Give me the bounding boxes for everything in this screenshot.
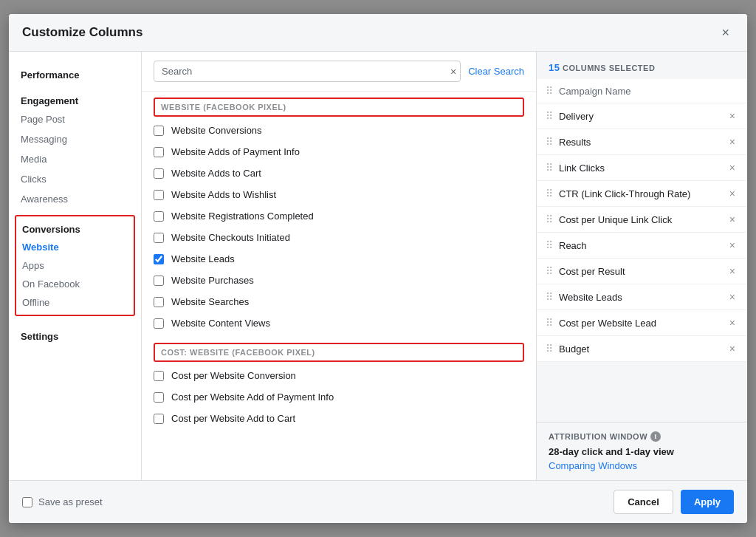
website-registrations-checkbox[interactable] (154, 211, 164, 222)
sidebar-item-website[interactable]: Website (16, 238, 134, 256)
selected-item: ⠿ CTR (Link Click-Through Rate) × (537, 181, 747, 207)
engagement-label: Engagement (9, 89, 141, 109)
conversions-group: Conversions Website Apps On Facebook Off… (15, 215, 135, 316)
remove-button[interactable]: × (726, 213, 738, 226)
sidebar-item-page-post[interactable]: Page Post (9, 109, 141, 129)
selected-item-label: Campaign Name (559, 86, 738, 97)
apply-button[interactable]: Apply (681, 490, 734, 514)
drag-handle-icon: ⠿ (546, 317, 553, 329)
list-item[interactable]: Cost per Website Add to Cart (142, 408, 536, 429)
info-icon[interactable]: i (650, 431, 661, 442)
sidebar-item-on-facebook[interactable]: On Facebook (16, 275, 134, 293)
save-preset-checkbox[interactable] (22, 497, 32, 507)
right-panel: 15 COLUMNS SELECTED ⠿ Campaign Name ⠿ De… (537, 52, 747, 480)
clear-search-button[interactable]: Clear Search (468, 66, 524, 77)
drag-handle-icon: ⠿ (546, 265, 553, 277)
selected-items-list: ⠿ Campaign Name ⠿ Delivery × ⠿ Results ×… (537, 79, 747, 422)
search-clear-button[interactable]: × (450, 66, 456, 77)
sidebar-item-messaging[interactable]: Messaging (9, 129, 141, 149)
website-section-header: WEBSITE (FACEBOOK PIXEL) (154, 98, 524, 117)
selected-item-label: Link Clicks (559, 163, 721, 174)
list-item[interactable]: Website Adds to Cart (142, 163, 536, 184)
performance-label: Performance (9, 64, 141, 83)
list-item[interactable]: Cost per Website Add of Payment Info (142, 386, 536, 408)
website-checkouts-checkbox[interactable] (154, 233, 164, 243)
drag-handle-icon: ⠿ (546, 188, 553, 199)
drag-handle-icon: ⠿ (546, 162, 553, 174)
list-item[interactable]: Website Leads (142, 248, 536, 270)
remove-button[interactable]: × (726, 187, 738, 200)
selected-item-label: CTR (Link Click-Through Rate) (559, 188, 721, 199)
selected-item-label: Results (559, 137, 721, 148)
list-item[interactable]: Website Checkouts Initiated (142, 227, 536, 248)
website-adds-wishlist-label: Website Adds to Wishlist (171, 189, 276, 200)
attribution-value: 28-day click and 1-day view (549, 446, 735, 457)
list-item[interactable]: Website Adds to Wishlist (142, 184, 536, 205)
search-input[interactable] (154, 61, 461, 82)
list-item[interactable]: Website Purchases (142, 270, 536, 291)
customize-columns-modal: Customize Columns × Performance Engageme… (9, 14, 747, 523)
performance-group: Performance (9, 64, 141, 83)
selected-item-label: Website Leads (559, 292, 721, 303)
website-adds-cart-label: Website Adds to Cart (171, 168, 261, 179)
remove-button[interactable]: × (726, 342, 738, 355)
drag-handle-icon: ⠿ (546, 343, 553, 355)
close-button[interactable]: × (717, 24, 734, 41)
cost-website-conversion-checkbox[interactable] (154, 371, 164, 381)
website-checkouts-label: Website Checkouts Initiated (171, 232, 290, 243)
list-item[interactable]: Website Registrations Completed (142, 205, 536, 227)
website-adds-cart-checkbox[interactable] (154, 168, 164, 179)
remove-button[interactable]: × (726, 264, 738, 278)
conversions-label: Conversions (16, 219, 134, 238)
website-content-views-checkbox[interactable] (154, 318, 164, 329)
modal-footer: Save as preset Cancel Apply (9, 480, 747, 523)
sidebar-item-offline[interactable]: Offline (16, 293, 134, 312)
selected-item: ⠿ Results × (537, 129, 747, 155)
website-adds-wishlist-checkbox[interactable] (154, 190, 164, 200)
columns-selected-header: 15 COLUMNS SELECTED (537, 52, 747, 79)
selected-item-label: Budget (559, 343, 721, 355)
list-item[interactable]: Website Adds of Payment Info (142, 141, 536, 163)
list-item[interactable]: Website Conversions (142, 120, 536, 141)
remove-button[interactable]: × (726, 109, 738, 123)
selected-item-label: Cost per Website Lead (559, 318, 721, 329)
cost-section-header: COST: WEBSITE (FACEBOOK PIXEL) (154, 343, 524, 362)
website-conversions-checkbox[interactable] (154, 126, 164, 136)
columns-selected-label: COLUMNS SELECTED (563, 64, 655, 72)
comparing-windows-link[interactable]: Comparing Windows (549, 460, 637, 471)
search-input-wrap: × (154, 61, 461, 82)
selected-item: ⠿ Cost per Result × (537, 259, 747, 284)
website-purchases-checkbox[interactable] (154, 276, 164, 286)
items-list: WEBSITE (FACEBOOK PIXEL) Website Convers… (142, 92, 536, 480)
cost-website-add-cart-checkbox[interactable] (154, 414, 164, 424)
search-bar: × Clear Search (142, 52, 536, 92)
save-preset-label: Save as preset (38, 496, 103, 507)
save-preset-wrap: Save as preset (22, 496, 103, 507)
remove-button[interactable]: × (726, 316, 738, 329)
sidebar: Performance Engagement Page Post Messagi… (9, 52, 142, 480)
footer-buttons: Cancel Apply (614, 490, 734, 514)
website-leads-checkbox[interactable] (154, 254, 164, 264)
list-item[interactable]: Website Searches (142, 291, 536, 312)
sidebar-item-media[interactable]: Media (9, 149, 141, 169)
remove-button[interactable]: × (726, 161, 738, 174)
remove-button[interactable]: × (726, 290, 738, 304)
cost-website-add-payment-checkbox[interactable] (154, 392, 164, 403)
sidebar-item-awareness[interactable]: Awareness (9, 189, 141, 209)
website-adds-payment-checkbox[interactable] (154, 147, 164, 157)
attribution-view-value: 1-day view (625, 446, 674, 457)
sidebar-item-apps[interactable]: Apps (16, 256, 134, 275)
website-leads-label: Website Leads (171, 253, 235, 264)
list-item[interactable]: Website Content Views (142, 312, 536, 334)
attribution-and: and (605, 446, 625, 457)
drag-handle-icon: ⠿ (546, 136, 553, 148)
remove-button[interactable]: × (726, 239, 738, 252)
selected-item: ⠿ Link Clicks × (537, 155, 747, 181)
remove-button[interactable]: × (726, 135, 738, 148)
website-searches-checkbox[interactable] (154, 297, 164, 307)
cost-website-add-payment-label: Cost per Website Add of Payment Info (171, 391, 334, 403)
cancel-button[interactable]: Cancel (614, 490, 673, 514)
sidebar-item-clicks[interactable]: Clicks (9, 169, 141, 189)
modal-header: Customize Columns × (9, 14, 747, 52)
list-item[interactable]: Cost per Website Conversion (142, 365, 536, 386)
